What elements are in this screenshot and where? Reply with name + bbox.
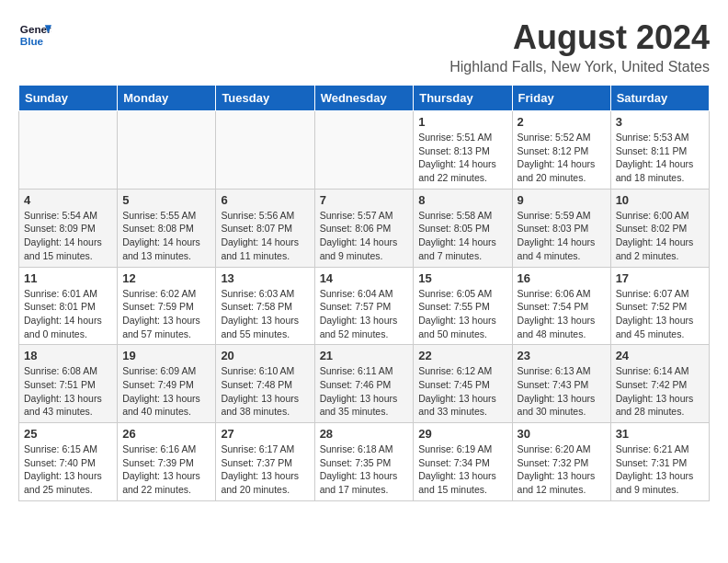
cell-sun-info: Sunrise: 6:17 AMSunset: 7:37 PMDaylight:… [221,442,309,497]
day-number: 17 [616,271,704,285]
title-block: August 2024 Highland Falls, New York, Un… [449,18,710,75]
calendar-cell: 17Sunrise: 6:07 AMSunset: 7:52 PMDayligh… [610,267,709,345]
day-number: 30 [518,427,606,441]
cell-sun-info: Sunrise: 5:54 AMSunset: 8:09 PMDaylight:… [24,209,112,263]
cell-sun-info: Sunrise: 6:19 AMSunset: 7:34 PMDaylight:… [418,442,506,497]
month-title: August 2024 [449,18,710,57]
cell-sun-info: Sunrise: 6:14 AMSunset: 7:42 PMDaylight:… [616,364,704,419]
day-number: 15 [418,271,506,285]
cell-sun-info: Sunrise: 5:56 AMSunset: 8:07 PMDaylight:… [221,209,309,263]
cell-sun-info: Sunrise: 6:13 AMSunset: 7:43 PMDaylight:… [518,364,606,419]
calendar-cell: 3Sunrise: 5:53 AMSunset: 8:11 PMDaylight… [610,111,709,190]
day-number: 13 [221,271,309,285]
calendar-cell [314,111,414,190]
calendar-cell [19,111,118,190]
calendar-cell: 25Sunrise: 6:15 AMSunset: 7:40 PMDayligh… [19,423,118,501]
cell-sun-info: Sunrise: 5:52 AMSunset: 8:12 PMDaylight:… [518,131,606,185]
day-number: 27 [221,427,309,441]
calendar-cell: 29Sunrise: 6:19 AMSunset: 7:34 PMDayligh… [414,423,512,501]
day-number: 3 [616,115,704,129]
cell-sun-info: Sunrise: 5:53 AMSunset: 8:11 PMDaylight:… [616,131,704,185]
day-number: 29 [418,427,506,441]
calendar-cell [216,111,314,190]
day-number: 19 [122,349,210,362]
day-number: 7 [320,193,409,207]
weekday-header: Friday [512,86,610,111]
cell-sun-info: Sunrise: 5:59 AMSunset: 8:03 PMDaylight:… [518,209,606,263]
calendar-cell: 23Sunrise: 6:13 AMSunset: 7:43 PMDayligh… [512,345,610,423]
day-number: 8 [418,193,506,207]
location: Highland Falls, New York, United States [449,59,710,75]
weekday-header-row: SundayMondayTuesdayWednesdayThursdayFrid… [19,86,710,111]
cell-sun-info: Sunrise: 6:07 AMSunset: 7:52 PMDaylight:… [616,287,704,341]
svg-text:Blue: Blue [20,35,44,47]
calendar-cell: 27Sunrise: 6:17 AMSunset: 7:37 PMDayligh… [216,423,314,501]
calendar-cell: 20Sunrise: 6:10 AMSunset: 7:48 PMDayligh… [216,345,314,423]
calendar-week-row: 18Sunrise: 6:08 AMSunset: 7:51 PMDayligh… [19,345,710,423]
weekday-header: Tuesday [216,86,314,111]
cell-sun-info: Sunrise: 6:10 AMSunset: 7:48 PMDaylight:… [221,364,309,419]
day-number: 2 [518,115,606,129]
calendar-cell: 8Sunrise: 5:58 AMSunset: 8:05 PMDaylight… [414,189,512,267]
calendar-cell: 24Sunrise: 6:14 AMSunset: 7:42 PMDayligh… [610,345,709,423]
calendar-cell: 6Sunrise: 5:56 AMSunset: 8:07 PMDaylight… [216,189,314,267]
calendar-cell: 5Sunrise: 5:55 AMSunset: 8:08 PMDaylight… [118,189,216,267]
page-header: General Blue August 2024 Highland Falls,… [18,18,710,75]
day-number: 21 [320,349,409,362]
calendar-cell: 31Sunrise: 6:21 AMSunset: 7:31 PMDayligh… [610,423,709,501]
calendar-cell: 15Sunrise: 6:05 AMSunset: 7:55 PMDayligh… [414,267,512,345]
weekday-header: Saturday [610,86,709,111]
cell-sun-info: Sunrise: 6:04 AMSunset: 7:57 PMDaylight:… [320,287,409,341]
calendar-cell: 1Sunrise: 5:51 AMSunset: 8:13 PMDaylight… [414,111,512,190]
day-number: 24 [616,349,704,362]
calendar-cell: 28Sunrise: 6:18 AMSunset: 7:35 PMDayligh… [314,423,414,501]
day-number: 11 [24,271,112,285]
day-number: 14 [320,271,409,285]
cell-sun-info: Sunrise: 6:08 AMSunset: 7:51 PMDaylight:… [24,364,112,419]
day-number: 26 [122,427,210,441]
cell-sun-info: Sunrise: 6:11 AMSunset: 7:46 PMDaylight:… [320,364,409,419]
cell-sun-info: Sunrise: 6:09 AMSunset: 7:49 PMDaylight:… [122,364,210,419]
day-number: 5 [122,193,210,207]
weekday-header: Monday [118,86,216,111]
cell-sun-info: Sunrise: 5:55 AMSunset: 8:08 PMDaylight:… [122,209,210,263]
logo-icon: General Blue [18,18,51,52]
calendar-cell: 11Sunrise: 6:01 AMSunset: 8:01 PMDayligh… [19,267,118,345]
logo: General Blue [18,18,51,52]
cell-sun-info: Sunrise: 5:58 AMSunset: 8:05 PMDaylight:… [418,209,506,263]
cell-sun-info: Sunrise: 5:57 AMSunset: 8:06 PMDaylight:… [320,209,409,263]
weekday-header: Thursday [414,86,512,111]
day-number: 10 [616,193,704,207]
cell-sun-info: Sunrise: 6:02 AMSunset: 7:59 PMDaylight:… [122,287,210,341]
day-number: 18 [24,349,112,362]
day-number: 16 [518,271,606,285]
calendar-cell: 26Sunrise: 6:16 AMSunset: 7:39 PMDayligh… [118,423,216,501]
calendar-table: SundayMondayTuesdayWednesdayThursdayFrid… [18,85,710,501]
day-number: 12 [122,271,210,285]
day-number: 22 [418,349,506,362]
calendar-cell: 16Sunrise: 6:06 AMSunset: 7:54 PMDayligh… [512,267,610,345]
calendar-cell: 13Sunrise: 6:03 AMSunset: 7:58 PMDayligh… [216,267,314,345]
calendar-cell: 12Sunrise: 6:02 AMSunset: 7:59 PMDayligh… [118,267,216,345]
cell-sun-info: Sunrise: 6:16 AMSunset: 7:39 PMDaylight:… [122,442,210,497]
calendar-cell: 18Sunrise: 6:08 AMSunset: 7:51 PMDayligh… [19,345,118,423]
day-number: 28 [320,427,409,441]
cell-sun-info: Sunrise: 6:06 AMSunset: 7:54 PMDaylight:… [518,287,606,341]
cell-sun-info: Sunrise: 6:03 AMSunset: 7:58 PMDaylight:… [221,287,309,341]
cell-sun-info: Sunrise: 6:01 AMSunset: 8:01 PMDaylight:… [24,287,112,341]
calendar-cell: 14Sunrise: 6:04 AMSunset: 7:57 PMDayligh… [314,267,414,345]
calendar-cell: 4Sunrise: 5:54 AMSunset: 8:09 PMDaylight… [19,189,118,267]
day-number: 23 [518,349,606,362]
calendar-cell: 21Sunrise: 6:11 AMSunset: 7:46 PMDayligh… [314,345,414,423]
calendar-cell [118,111,216,190]
calendar-cell: 2Sunrise: 5:52 AMSunset: 8:12 PMDaylight… [512,111,610,190]
cell-sun-info: Sunrise: 6:05 AMSunset: 7:55 PMDaylight:… [418,287,506,341]
calendar-week-row: 11Sunrise: 6:01 AMSunset: 8:01 PMDayligh… [19,267,710,345]
calendar-cell: 9Sunrise: 5:59 AMSunset: 8:03 PMDaylight… [512,189,610,267]
calendar-week-row: 4Sunrise: 5:54 AMSunset: 8:09 PMDaylight… [19,189,710,267]
day-number: 9 [518,193,606,207]
cell-sun-info: Sunrise: 6:15 AMSunset: 7:40 PMDaylight:… [24,442,112,497]
day-number: 20 [221,349,309,362]
weekday-header: Wednesday [314,86,414,111]
cell-sun-info: Sunrise: 6:18 AMSunset: 7:35 PMDaylight:… [320,442,409,497]
